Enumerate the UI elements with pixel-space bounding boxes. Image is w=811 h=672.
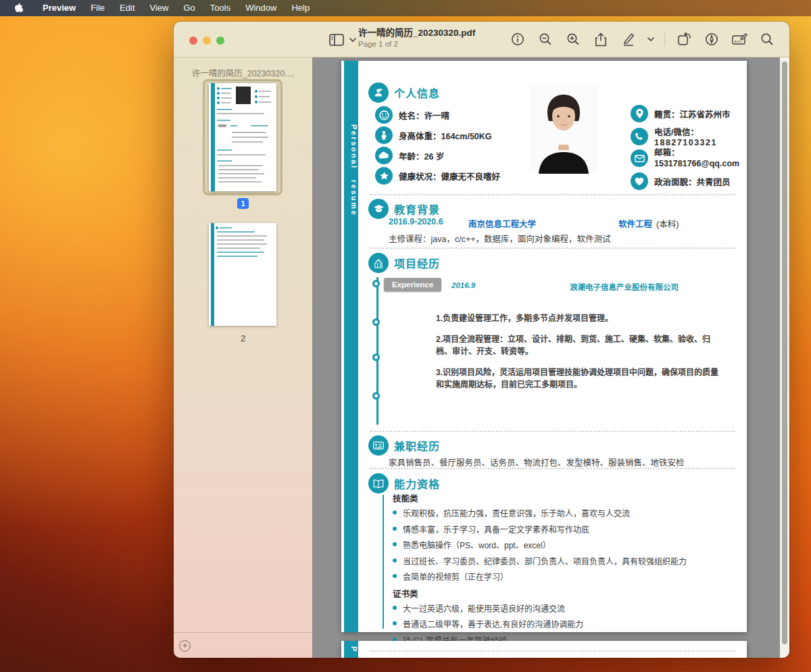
timeline-node xyxy=(372,280,380,287)
education-period: 2016.9-2020.6 xyxy=(389,217,451,230)
ability-item: 会简单的视频剪（正在学习） xyxy=(393,571,717,582)
personal-item-email: 邮箱：1531781766@qq.com xyxy=(631,147,750,170)
ability-item: 乐观积极，抗压能力强，责任意识强，乐于助人，喜欢与人交流 xyxy=(393,507,717,519)
section-divider xyxy=(370,247,735,249)
menu-item-file[interactable]: File xyxy=(83,0,112,16)
rotate-icon[interactable] xyxy=(675,30,693,48)
project-bullet: 1.负责建设管理工作，多期多节点并发项目管理。 xyxy=(436,312,723,325)
apple-icon[interactable] xyxy=(14,3,23,14)
abilities-rule xyxy=(383,495,384,629)
pdf-page-2: P xyxy=(341,641,747,658)
zoom-window-button[interactable] xyxy=(216,37,224,45)
add-icon[interactable]: + xyxy=(179,640,191,652)
markup-pen-icon[interactable] xyxy=(620,30,637,48)
open-book-icon xyxy=(368,473,389,494)
toolbar-divider xyxy=(664,32,665,46)
search-icon[interactable] xyxy=(758,30,776,48)
personal-item-politics: 政治面貌：共青团员 xyxy=(631,172,731,190)
resume-side-label: Personal resume xyxy=(344,69,358,272)
page-indicator: Page 1 of 2 xyxy=(358,39,475,49)
project-bullets: 1.负责建设管理工作，多期多节点并发项目管理。 2.项目全流程管理：立项、设计、… xyxy=(436,312,723,400)
project-bullet: 2.项目全流程管理：立项、设计、排期、到货、施工、硬集、软集、验收、归档、审计、… xyxy=(436,333,723,358)
projects-header: 项目经历 xyxy=(368,253,440,273)
ability-item: 普通话二级甲等，善于表达,有良好的沟通协调能力 xyxy=(393,618,717,629)
graduation-cap-icon xyxy=(368,199,389,219)
section-divider xyxy=(370,650,735,652)
ability-group-certificates: 证书类 xyxy=(393,587,717,600)
page-1-thumbnail[interactable] xyxy=(203,79,282,195)
ability-group-skills: 技能类 xyxy=(393,491,717,504)
education-major: 软件工程 xyxy=(618,217,652,230)
person-body-icon xyxy=(375,126,393,144)
resume-side-label-page2: P xyxy=(344,646,358,651)
preview-window: 许一晴的简历_20230320.pdf Page 1 of 2 xyxy=(174,22,789,658)
sidebar-toggle-icon[interactable] xyxy=(328,31,345,49)
ability-item: 当过班长、学习委员、纪律委员、部门负责人、项目负责人，具有较强组织能力 xyxy=(393,555,717,567)
building-icon xyxy=(368,253,389,273)
ability-item: 熟悉电脑操作（PS、word、ppt、excel） xyxy=(393,539,717,550)
project-bullet: 3.识别项目风险，灵活运用项目管理技能协调处理项目中问题，确保项目的质量和实施周… xyxy=(436,366,723,391)
timeline-line xyxy=(376,277,378,425)
page-1-number-badge: 1 xyxy=(174,198,312,209)
section-divider xyxy=(370,194,735,195)
menu-item-go[interactable]: Go xyxy=(176,0,202,16)
close-button[interactable] xyxy=(189,37,197,45)
markup-chevron-icon[interactable] xyxy=(647,37,654,42)
education-school: 南京信息工程大学 xyxy=(468,217,536,230)
star-icon xyxy=(375,167,393,185)
personal-item-age: 年龄：26 岁 xyxy=(375,147,444,164)
scrollbar-track[interactable] xyxy=(780,57,789,658)
phone-icon xyxy=(631,128,648,145)
zoom-out-icon[interactable] xyxy=(537,30,554,48)
page-2-thumbnail[interactable] xyxy=(209,223,276,326)
experience-date: 2016.9 xyxy=(451,281,475,289)
sidebar-filename: 许一晴的简历_20230320.... xyxy=(174,66,312,79)
envelope-icon xyxy=(631,149,648,167)
info-icon[interactable] xyxy=(509,30,526,48)
timeline-node xyxy=(372,318,380,326)
menu-item-view[interactable]: View xyxy=(143,0,176,16)
experience-badge: Experience xyxy=(384,278,441,291)
minimize-button[interactable] xyxy=(203,37,211,45)
menu-item-window[interactable]: Window xyxy=(238,0,284,16)
section-divider xyxy=(370,431,735,432)
education-row: 2016.9-2020.6 南京信息工程大学 软件工程 (本科) xyxy=(389,217,727,230)
pdf-page-1: Personal resume 个人信息 姓名：许一晴 身高体重：164cm/5… xyxy=(341,61,747,632)
menu-app-name[interactable]: Preview xyxy=(35,0,83,16)
menu-item-tools[interactable]: Tools xyxy=(203,0,238,16)
sidebar-chevron-icon[interactable] xyxy=(349,38,356,43)
personal-item-height-weight: 身高体重：164cm/50KG xyxy=(375,126,492,144)
timeline-node xyxy=(372,392,380,400)
zoom-in-icon[interactable] xyxy=(564,30,582,48)
timeline-node xyxy=(372,354,380,361)
smiley-face-icon xyxy=(375,106,393,124)
abilities-block: 技能类 乐观积极，抗压能力强，责任意识强，乐于助人，喜欢与人交流 情感丰富，乐于… xyxy=(393,489,717,650)
fill-sign-icon[interactable] xyxy=(731,30,748,48)
scrollbar-thumb[interactable] xyxy=(782,62,787,644)
document-title: 许一晴的简历_20230320.pdf xyxy=(358,28,475,39)
location-pin-icon xyxy=(631,105,648,122)
id-card-icon xyxy=(368,435,389,456)
ability-item: 大一过英语六级，能使用英语良好的沟通交流 xyxy=(393,602,717,614)
personal-item-phone: 电话/微信：18827103321 xyxy=(631,125,747,147)
pdf-content-area: Personal resume 个人信息 姓名：许一晴 身高体重：164cm/5… xyxy=(312,57,789,658)
page-1-thumbnail-image xyxy=(209,83,276,191)
education-header: 教育背景 xyxy=(368,199,440,219)
heart-icon xyxy=(631,172,648,190)
thumbnail-sidebar: 许一晴的简历_20230320.... xyxy=(174,57,312,658)
ability-item: 情感丰富，乐于学习，具备一定文学素养和写作功底 xyxy=(393,523,717,535)
share-icon[interactable] xyxy=(592,30,610,48)
traffic-lights xyxy=(189,37,224,45)
sidebar-footer: + xyxy=(174,632,312,658)
menu-item-edit[interactable]: Edit xyxy=(112,0,142,16)
menu-item-help[interactable]: Help xyxy=(284,0,317,16)
annotate-pen-icon[interactable] xyxy=(703,30,720,48)
education-courses: 主修课程：java，c/c++，数据库，面向对象编程，软件测试 xyxy=(389,232,611,245)
menu-bar: Preview File Edit View Go Tools Window H… xyxy=(0,0,811,16)
experience-company: 浪潮电子信息产业股份有限公司 xyxy=(570,281,679,292)
education-degree: (本科) xyxy=(656,217,679,230)
personal-item-name: 姓名：许一晴 xyxy=(375,106,449,124)
person-icon xyxy=(368,82,389,103)
parttime-header: 兼职经历 xyxy=(368,435,440,456)
personal-item-hometown: 籍贯：江苏省苏州市 xyxy=(631,105,731,122)
